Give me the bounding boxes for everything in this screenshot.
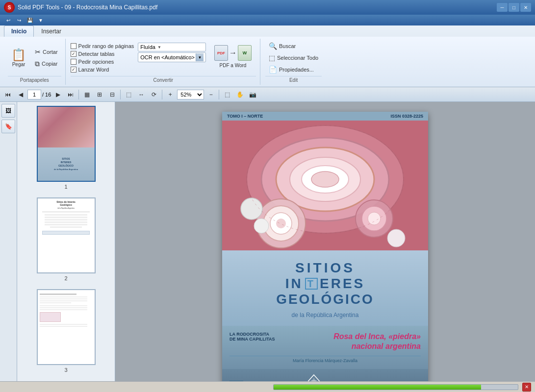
zoom-in-button[interactable]: + [164, 89, 176, 100]
first-page-button[interactable]: ⏮ [2, 89, 14, 100]
content-area[interactable]: TOMO I – NORTE ISSN 0328-2225 [115, 102, 535, 392]
convertir-right-col: Fluída ▼ OCR en <Automático> ▼ [138, 43, 206, 62]
check-pedir-opciones-box[interactable] [71, 59, 76, 65]
thumbnail-3-image [37, 289, 96, 365]
check-pedir-rango[interactable]: Pedir rango de páginas [71, 43, 134, 49]
progress-close-button[interactable]: ✕ [522, 383, 531, 392]
title-bar: S Solid PDF Tools - 09 - Rodocrosita Min… [0, 0, 535, 15]
check-lanzar-word[interactable]: Lanzar Word [71, 66, 134, 73]
next-page-button[interactable]: ▶ [52, 89, 64, 100]
title-geologico: GEOLÓGICO [229, 292, 421, 307]
portapapeles-content: 📋 Pegar ✂ Cortar ⧉ Copiar [8, 41, 61, 75]
check-pedir-rango-box[interactable] [71, 43, 76, 49]
fluida-dropdown-label: Fluída [140, 44, 155, 50]
properties-button[interactable]: 📄 Propiedades... [265, 64, 322, 75]
mine-title-italic2-text: nacional argentina [352, 342, 421, 350]
check-detectar[interactable]: Detectar tablas [71, 50, 134, 57]
fluida-dropdown[interactable]: Fluída ▼ [138, 43, 206, 51]
thumb-cover-photo [38, 107, 95, 147]
mine-sublabel-text: DE MINA CAPILLITAS [229, 337, 275, 342]
cut-button[interactable]: ✂ Cortar [31, 47, 61, 57]
mine-title-section: Rosa del Inca, «piedra» nacional argenti… [275, 332, 421, 352]
thumbnail-view-button[interactable]: 🖼 [1, 104, 15, 118]
tab-insertar[interactable]: Insertar [34, 25, 69, 37]
window-title: Solid PDF Tools - 09 - Rodocrosita Mina … [18, 4, 157, 11]
thumb-cover-title-area: SITIOSINTERESGEOLÓGICOde la República Ar… [38, 147, 95, 181]
qa-dropdown-button[interactable]: ▼ [36, 16, 45, 24]
ocr-dropdown[interactable]: OCR en <Automático> ▼ [138, 52, 206, 62]
select-all-button[interactable]: ⬚ Seleccionar Todo [265, 52, 322, 63]
ribbon: Inicio Insertar 📋 Pegar ✂ Cortar ⧉ Copia… [0, 25, 535, 87]
fluida-dropdown-arrow-icon: ▼ [157, 45, 161, 49]
check-lanzar-word-box[interactable] [71, 67, 76, 73]
thumbnail-1-number: 1 [64, 184, 67, 190]
cut-copy-stack: ✂ Cortar ⧉ Copiar [31, 47, 61, 70]
paste-button[interactable]: 📋 Pegar [8, 47, 29, 70]
check-pedir-opciones[interactable]: Pedir opciones [71, 58, 134, 65]
pdf-icon: PDF [214, 45, 228, 61]
redo-button[interactable]: ↪ [15, 16, 24, 24]
rotate-button[interactable]: ⟳ [148, 89, 160, 100]
title-sitios: SITIOS [229, 260, 421, 276]
maximize-button[interactable]: □ [509, 3, 519, 12]
zoom-out-button[interactable]: − [205, 89, 217, 100]
thumbnail-2-number: 2 [64, 275, 67, 281]
thumbnail-3[interactable]: 3 [37, 289, 96, 373]
close-button[interactable]: ✕ [520, 3, 531, 12]
cut-label: Cortar [43, 49, 58, 55]
thumbnail-scroll[interactable]: SITIOSINTERESGEOLÓGICOde la República Ar… [17, 102, 115, 392]
properties-icon: 📄 [269, 66, 277, 74]
hand-tool-button[interactable]: ✋ [234, 89, 246, 100]
select-tool-button[interactable]: ⬚ [221, 89, 233, 100]
cut-icon: ✂ [35, 48, 41, 56]
save-button[interactable]: 💾 [25, 16, 34, 24]
buscar-button[interactable]: 🔍 Buscar [265, 41, 322, 51]
svg-point-6 [311, 172, 339, 187]
page-number-input[interactable] [27, 90, 41, 99]
view-continuous-button[interactable]: ⊞ [94, 89, 105, 100]
zoom-select[interactable]: 52% 75% 100% 150% [177, 90, 204, 99]
fit-page-button[interactable]: ⬚ [123, 89, 134, 100]
ribbon-tabs: Inicio Insertar [0, 25, 535, 37]
tab-inicio[interactable]: Inicio [4, 25, 34, 37]
fit-width-button[interactable]: ↔ [135, 89, 147, 100]
thumbnail-2-image: Sitios de InterésGeológicode la Repúblic… [37, 197, 96, 273]
pdf-to-word-label: PDF a Word [220, 63, 247, 68]
bookmark-view-button[interactable]: 🔖 [1, 120, 15, 133]
toolbar-separator-1 [78, 90, 79, 99]
view-single-button[interactable]: ▦ [81, 89, 93, 100]
snapshot-tool-button[interactable]: 📷 [247, 89, 258, 100]
cover-lower: LA RODOCROSITA DE MINA CAPILLITAS Rosa d… [222, 326, 428, 369]
toolbar: ⏮ ◀ / 16 ▶ ⏭ ▦ ⊞ ⊟ ⬚ ↔ ⟳ + 52% 75% 100% … [0, 87, 535, 102]
cover-author: María Florencia Márquez-Zavalla [229, 358, 421, 363]
thumbnail-1[interactable]: SITIOSINTERESGEOLÓGICOde la República Ar… [37, 106, 96, 190]
thumb-cover-art: SITIOSINTERESGEOLÓGICOde la República Ar… [38, 107, 95, 181]
thumbnail-2[interactable]: Sitios de InterésGeológicode la Repúblic… [37, 197, 96, 281]
prev-page-button[interactable]: ◀ [15, 89, 26, 100]
cover-top-bar: TOMO I – NORTE ISSN 0328-2225 [222, 112, 428, 121]
ocr-dropdown-label: OCR en <Automático> [140, 54, 195, 60]
convertir-label: Convertir [71, 76, 256, 83]
properties-label: Propiedades... [279, 67, 314, 73]
buscar-label: Buscar [279, 43, 296, 49]
pdf-page: TOMO I – NORTE ISSN 0328-2225 [222, 112, 428, 392]
minimize-button[interactable]: ─ [497, 3, 508, 12]
check-detectar-box[interactable] [71, 51, 76, 57]
pdf-to-word-button[interactable]: PDF → W PDF a Word [210, 43, 256, 71]
select-all-label: Seleccionar Todo [277, 55, 318, 61]
convertir-content: Pedir rango de páginas Detectar tablas P… [71, 41, 256, 75]
undo-button[interactable]: ↩ [4, 16, 13, 24]
ribbon-group-edit: 🔍 Buscar ⬚ Seleccionar Todo 📄 Propiedade… [261, 39, 326, 85]
progress-track [273, 384, 518, 390]
copy-icon: ⧉ [35, 60, 40, 68]
copy-button[interactable]: ⧉ Copiar [31, 58, 61, 70]
convertir-checkboxes: Pedir rango de páginas Detectar tablas P… [71, 43, 134, 73]
progress-fill [274, 385, 481, 390]
main-area: 🖼 🔖 SITIOSINTERESGEOLÓGICOde la Repúblic… [0, 102, 535, 392]
last-page-button[interactable]: ⏭ [65, 89, 76, 100]
edit-label: Edit [265, 76, 322, 83]
edit-buttons: 🔍 Buscar ⬚ Seleccionar Todo 📄 Propiedade… [265, 41, 322, 75]
quick-access-toolbar: ↩ ↪ 💾 ▼ [0, 15, 535, 25]
view-facing-button[interactable]: ⊟ [106, 89, 118, 100]
tomo-label: TOMO I – NORTE [227, 114, 263, 119]
